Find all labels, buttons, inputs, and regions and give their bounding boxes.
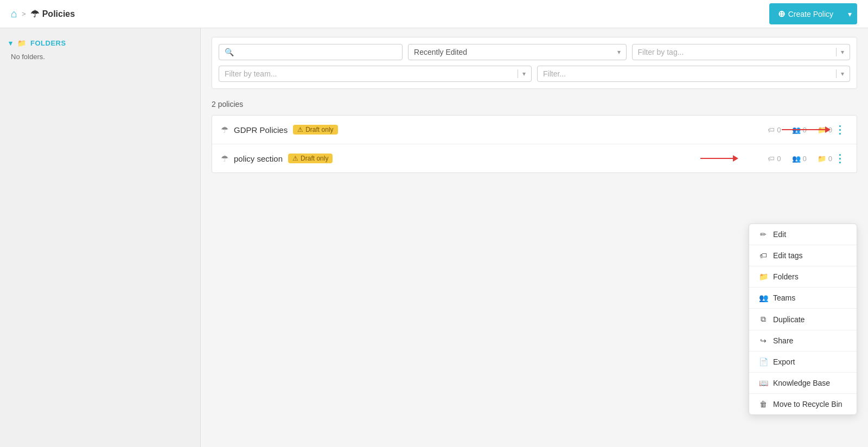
plus-icon: ⊕ <box>778 9 785 19</box>
menu-item-recycle-bin[interactable]: 🗑 Move to Recycle Bin <box>749 394 857 414</box>
policy-item-left-1: ☂ GDPR Policies ⚠ Draft only <box>221 125 768 135</box>
recycle-bin-icon: 🗑 <box>759 400 768 408</box>
menu-item-edit[interactable]: ✏ Edit <box>749 224 857 245</box>
share-icon: ↪ <box>759 336 768 345</box>
arrow-line-2 <box>700 158 733 159</box>
tags-count-1: 🏷 0 <box>768 126 781 134</box>
context-menu: ✏ Edit 🏷 Edit tags 📁 Folders 👥 Teams ⧉ D… <box>749 224 857 415</box>
policy-umbrella-icon-2: ☂ <box>221 154 228 164</box>
folders-label: FOLDERS <box>30 39 66 47</box>
arrow-annotation-1 <box>782 126 831 133</box>
sort-caret-icon: ▾ <box>617 48 621 56</box>
team-filter[interactable]: Filter by team... ▾ <box>219 66 532 82</box>
teams-count-2: 👥 0 <box>792 155 807 163</box>
tags-count-2: 🏷 0 <box>768 155 781 163</box>
arrow-head-2 <box>733 155 738 162</box>
policy-list: ☂ GDPR Policies ⚠ Draft only 🏷 0 👥 0 <box>212 115 857 173</box>
sidebar: ▾ 📁 FOLDERS No folders. <box>0 28 201 447</box>
policy-umbrella-icon: ☂ <box>221 125 228 135</box>
table-row: ☂ policy section ⚠ Draft only 🏷 0 👥 0 <box>212 144 857 173</box>
page-title: Policies <box>42 9 75 19</box>
breadcrumb: ⌂ > ☂ Policies <box>11 8 75 20</box>
breadcrumb-separator: > <box>22 10 26 18</box>
warning-icon-2: ⚠ <box>292 155 298 162</box>
menu-item-folders[interactable]: 📁 Folders <box>749 266 857 288</box>
tag-icon: 🏷 <box>759 251 768 260</box>
status-filter-placeholder: Filter... <box>543 69 566 78</box>
folders-header[interactable]: ▾ 📁 FOLDERS <box>9 39 192 47</box>
draft-badge-2: ⚠ Draft only <box>288 154 333 163</box>
policy-name-1[interactable]: GDPR Policies <box>234 125 288 135</box>
arrow-line-1 <box>782 129 825 130</box>
policy-item-left-2: ☂ policy section ⚠ Draft only <box>221 154 768 164</box>
create-policy-label: Create Policy <box>788 10 833 18</box>
create-policy-button[interactable]: ⊕ Create Policy ▾ <box>769 3 857 24</box>
more-options-button-1[interactable]: ⋮ <box>832 123 848 136</box>
menu-label-folders: Folders <box>773 272 799 281</box>
menu-label-edit-tags: Edit tags <box>773 251 802 260</box>
no-folders-text: No folders. <box>9 53 192 61</box>
create-policy-caret[interactable]: ▾ <box>843 4 857 24</box>
knowledge-base-icon: 📖 <box>759 379 768 387</box>
policy-count: 2 policies <box>212 100 857 108</box>
search-input-wrap[interactable]: 🔍 <box>219 44 403 60</box>
draft-badge-label-1: Draft only <box>305 126 333 133</box>
filters-row2: Filter by team... ▾ Filter... ▾ <box>219 66 850 82</box>
duplicate-icon: ⧉ <box>759 315 768 324</box>
filters-container: 🔍 Recently Edited ▾ Filter by tag... ▾ <box>212 37 857 89</box>
status-filter[interactable]: Filter... ▾ <box>537 66 850 82</box>
menu-label-recycle-bin: Move to Recycle Bin <box>773 400 843 408</box>
menu-item-teams[interactable]: 👥 Teams <box>749 288 857 309</box>
search-input[interactable] <box>237 48 397 56</box>
folder-menu-icon: 📁 <box>759 272 768 281</box>
folders-count-2: 📁 0 <box>818 155 832 163</box>
menu-item-share[interactable]: ↪ Share <box>749 330 857 352</box>
menu-item-duplicate[interactable]: ⧉ Duplicate <box>749 309 857 330</box>
policies-icon: ☂ <box>30 8 39 20</box>
policy-name-2[interactable]: policy section <box>234 154 283 163</box>
team-filter-divider <box>518 69 518 78</box>
folders-value-2: 0 <box>828 155 832 163</box>
tag-filter-caret: ▾ <box>841 48 844 56</box>
arrow-head-1 <box>825 126 831 133</box>
header: ⌂ > ☂ Policies ⊕ Create Policy ▾ <box>0 0 868 28</box>
chevron-down-icon: ▾ <box>9 39 13 47</box>
more-options-button-2[interactable]: ⋮ <box>832 152 848 165</box>
tag-icon-1: 🏷 <box>768 126 775 134</box>
menu-label-knowledge-base: Knowledge Base <box>773 379 830 387</box>
menu-label-duplicate: Duplicate <box>773 315 805 324</box>
tag-icon-2: 🏷 <box>768 155 775 163</box>
tag-filter-placeholder: Filter by tag... <box>638 48 684 56</box>
tag-filter[interactable]: Filter by tag... ▾ <box>632 44 850 60</box>
status-filter-divider <box>836 69 837 78</box>
teams-value-2: 0 <box>803 155 807 163</box>
team-filter-caret: ▾ <box>522 70 526 78</box>
folder-count-icon-2: 📁 <box>818 155 826 163</box>
sort-filter[interactable]: Recently Edited ▾ <box>408 44 626 60</box>
tag-filter-divider <box>836 48 837 56</box>
policy-item-right-2: 🏷 0 👥 0 📁 0 <box>768 155 832 163</box>
export-icon: 📄 <box>759 357 768 366</box>
menu-item-edit-tags[interactable]: 🏷 Edit tags <box>749 245 857 266</box>
menu-label-export: Export <box>773 357 795 366</box>
page-title-area: ☂ Policies <box>30 8 75 20</box>
team-filter-placeholder: Filter by team... <box>225 69 277 78</box>
warning-icon: ⚠ <box>297 126 303 133</box>
menu-item-knowledge-base[interactable]: 📖 Knowledge Base <box>749 373 857 394</box>
arrow-annotation-2 <box>700 155 738 162</box>
table-row: ☂ GDPR Policies ⚠ Draft only 🏷 0 👥 0 <box>212 116 857 144</box>
filters-row1: 🔍 Recently Edited ▾ Filter by tag... ▾ <box>219 44 850 60</box>
main-layout: ▾ 📁 FOLDERS No folders. 🔍 Recently Edite… <box>0 28 868 447</box>
sort-label: Recently Edited <box>414 48 467 56</box>
home-icon[interactable]: ⌂ <box>11 8 17 20</box>
search-icon: 🔍 <box>225 48 234 56</box>
teams-icon-2: 👥 <box>792 155 801 163</box>
tags-value-1: 0 <box>777 126 781 134</box>
status-filter-caret: ▾ <box>841 70 844 78</box>
folder-icon: 📁 <box>17 39 27 47</box>
menu-item-export[interactable]: 📄 Export <box>749 352 857 373</box>
menu-label-teams: Teams <box>773 293 795 302</box>
teams-menu-icon: 👥 <box>759 293 768 302</box>
content-area: 🔍 Recently Edited ▾ Filter by tag... ▾ <box>201 28 868 447</box>
tags-value-2: 0 <box>777 155 781 163</box>
